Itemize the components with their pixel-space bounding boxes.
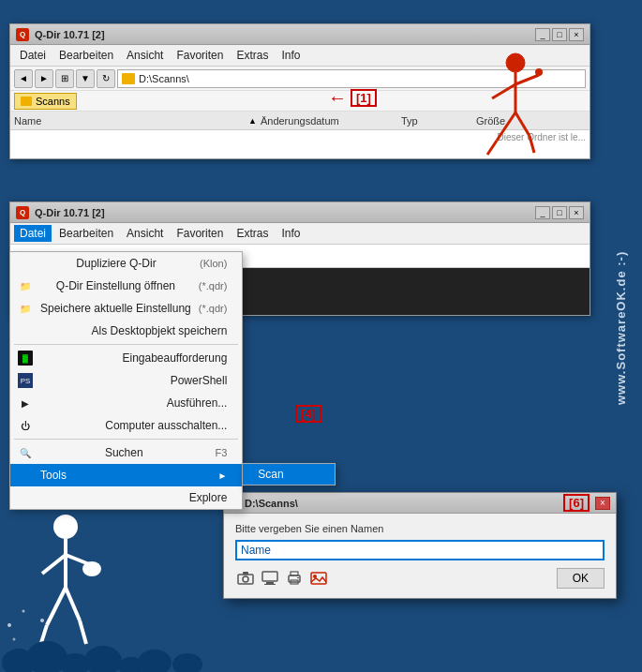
dialog-title: D:\Scanns\ [245, 498, 548, 509]
minimize-button2[interactable]: _ [535, 206, 550, 219]
window2-title: Q-Dir 10.71 [2] [35, 207, 530, 218]
back-button[interactable]: ◄ [14, 69, 33, 88]
close-button2[interactable]: × [569, 206, 584, 219]
menu-ansicht[interactable]: Ansicht [121, 47, 169, 64]
minimize-button[interactable]: _ [535, 28, 550, 41]
ctx-label-3: Als Desktopbjekt speichern [92, 324, 228, 337]
dialog-ok-area: OK [557, 568, 605, 589]
window1-menubar: Datei Bearbeiten Ansicht Favoriten Extra… [10, 45, 590, 67]
side-text: www.SoftwareOK.de :-) [600, 47, 642, 609]
dialog-name-input[interactable] [235, 540, 605, 560]
svg-line-24 [66, 555, 89, 564]
window1-controls: _ □ × [535, 28, 584, 41]
ctx-explore[interactable]: Explore [10, 486, 242, 509]
ctx-sep-1 [14, 344, 238, 345]
ctx-tools[interactable]: Tools ► Scan [10, 464, 242, 486]
dialog-icon-image[interactable] [308, 568, 329, 589]
ctx-icon-4: ▓ [18, 351, 33, 366]
svg-rect-11 [243, 572, 248, 575]
ctx-dupliziere[interactable]: Dupliziere Q-Dir (Klon) [10, 252, 242, 275]
forward-button[interactable]: ► [35, 69, 53, 88]
breadcrumb-label: Scanns [36, 96, 70, 107]
ctx-shortcut-0: (Klon) [200, 258, 227, 269]
col-type-header[interactable]: Typ [401, 115, 476, 127]
ctx-icon-10 [18, 490, 33, 505]
breadcrumb-bar: Scanns [10, 91, 590, 112]
svg-point-33 [84, 646, 122, 672]
ctx-desktop[interactable]: Als Desktopbjekt speichern [10, 320, 242, 342]
svg-point-25 [82, 561, 101, 576]
menu-datei[interactable]: Datei [14, 47, 52, 64]
window1-titlebar: Q Q-Dir 10.71 [2] _ □ × [10, 24, 590, 45]
view-button[interactable]: ⊞ [55, 69, 74, 88]
ctx-computer[interactable]: ⏻ Computer ausschalten... [10, 414, 242, 437]
ctx-label-4: Eingabeaufforderung [122, 351, 227, 365]
ctx-icon-1: 📁 [18, 278, 33, 293]
ctx-sep-2 [14, 439, 238, 440]
label-6: [6] [563, 494, 590, 512]
menu2-ansicht[interactable]: Ansicht [121, 225, 169, 242]
svg-point-35 [138, 650, 172, 672]
refresh-button[interactable]: ↻ [97, 69, 115, 88]
window1-icon: Q [16, 28, 29, 41]
menu2-bearbeiten[interactable]: Bearbeiten [53, 225, 119, 242]
file-area: Dieser Ordner ist le... [10, 130, 590, 158]
ctx-label-9: Tools [40, 469, 67, 482]
svg-rect-18 [297, 577, 299, 578]
dropdown-button[interactable]: ▼ [76, 69, 95, 88]
ctx-shortcut-2: (*.qdr) [199, 303, 228, 314]
ctx-suchen[interactable]: 🔍 Suchen F3 [10, 441, 242, 464]
arrow-annotation-1: ← [1] [328, 87, 377, 109]
address-bar[interactable]: D:\Scanns\ [117, 69, 586, 88]
ok-button[interactable]: OK [557, 568, 605, 589]
window1-title: Q-Dir 10.71 [2] [35, 29, 530, 40]
label-1: [1] [351, 89, 377, 107]
ctx-label-8: Suchen [105, 446, 143, 459]
menu-extras[interactable]: Extras [231, 47, 274, 64]
ctx-label-1: Q-Dir Einstellung öffnen [56, 279, 175, 292]
context-menu: Dupliziere Q-Dir (Klon) 📁 Q-Dir Einstell… [9, 251, 243, 510]
empty-message: Dieser Ordner ist le... [498, 132, 586, 142]
ctx-speichere[interactable]: 📁 Speichere aktuelle Einstellung (*.qdr) [10, 297, 242, 320]
menu-bearbeiten[interactable]: Bearbeiten [53, 47, 119, 64]
ctx-einstellung-oeffnen[interactable]: 📁 Q-Dir Einstellung öffnen (*.qdr) [10, 275, 242, 297]
maximize-button2[interactable]: □ [552, 206, 567, 219]
col-date-header[interactable]: Änderungsdatum [261, 115, 401, 127]
menu2-datei[interactable]: Datei [14, 225, 52, 242]
folder-icon [122, 73, 135, 84]
window1: Q Q-Dir 10.71 [2] _ □ × Datei Bearbeiten… [9, 23, 590, 159]
maximize-button[interactable]: □ [552, 28, 567, 41]
sort-arrow: ▲ [248, 116, 257, 126]
dialog-icon-printer[interactable] [284, 568, 305, 589]
menu2-extras[interactable]: Extras [231, 225, 274, 242]
svg-line-23 [42, 555, 66, 574]
svg-rect-13 [266, 582, 274, 584]
menu-info[interactable]: Info [276, 47, 306, 64]
ctx-cmd[interactable]: ▓ Eingabeaufforderung [10, 347, 242, 369]
menu-favoriten[interactable]: Favoriten [171, 47, 229, 64]
menu2-info[interactable]: Info [276, 225, 306, 242]
dialog-icon-computer[interactable] [260, 568, 280, 589]
breadcrumb-folder[interactable]: Scanns [14, 93, 77, 110]
ctx-powershell[interactable]: PS PowerShell [10, 369, 242, 392]
col-size-header[interactable]: Größe [476, 115, 551, 127]
submenu-scan[interactable]: Scan [243, 464, 335, 485]
svg-rect-12 [262, 572, 277, 581]
ctx-label-7: Computer ausschalten... [105, 419, 227, 432]
label-4: [4] [295, 405, 321, 423]
ctx-icon-3 [18, 323, 33, 338]
dialog-icon-camera[interactable] [235, 568, 256, 589]
ctx-shortcut-1: (*.qdr) [199, 280, 228, 291]
col-name-header[interactable]: Name [14, 115, 248, 127]
svg-rect-16 [291, 572, 298, 575]
close-button[interactable]: × [569, 28, 584, 41]
menu2-favoriten[interactable]: Favoriten [171, 225, 229, 242]
ctx-label-2: Speichere aktuelle Einstellung [40, 302, 191, 315]
svg-point-37 [7, 623, 11, 627]
ctx-icon-7: ⏻ [18, 418, 33, 433]
svg-point-21 [53, 515, 78, 539]
svg-point-38 [22, 610, 25, 613]
ctx-icon-6: ▶ [18, 396, 33, 411]
ctx-icon-2: 📁 [18, 301, 33, 316]
ctx-ausfuehren[interactable]: ▶ Ausführen... [10, 392, 242, 414]
